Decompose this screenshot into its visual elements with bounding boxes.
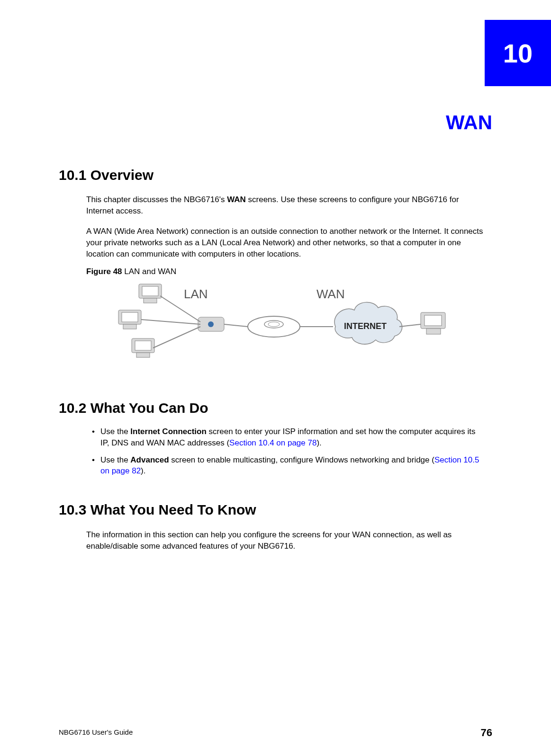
pc-3-icon [132,338,154,357]
lan-wan-diagram: LAN WAN INTERNET [113,279,454,365]
svg-rect-8 [136,353,150,357]
svg-rect-20 [425,315,442,326]
footer-guide-title: NBG6716 User's Guide [59,728,133,736]
overview-paragraph-1: This chapter discusses the NBG6716's WAN… [86,194,485,217]
section-heading-whatyouneedtoknow: 10.3 What You Need To Know [59,502,256,518]
bullet1-bold: Internet Connection [130,427,207,436]
svg-line-17 [224,324,248,327]
pc-right-icon [421,312,445,334]
section-heading-whatyoucando: 10.2 What You Can Do [59,400,208,416]
list-item: Use the Advanced screen to enable multic… [92,454,485,477]
pc-1-icon [139,284,162,303]
router-icon [248,316,300,337]
figure-label-rest: LAN and WAN [122,267,177,276]
internet-label: INTERNET [344,321,387,331]
footer-page-number: 76 [481,727,492,739]
svg-rect-1 [142,286,158,296]
bullet1-pre: Use the [100,427,130,436]
section-heading-overview: 10.1 Overview [59,167,154,183]
wan-label: WAN [316,287,345,301]
whatyoucando-list: Use the Internet Connection screen to en… [92,426,485,482]
bullet2-bold: Advanced [130,455,169,464]
bullet1-link[interactable]: Section 10.4 on page 78 [229,438,316,447]
svg-line-12 [141,320,200,324]
svg-rect-2 [144,298,157,303]
chapter-number: 10 [503,38,533,69]
pc-2-icon [118,310,141,329]
figure-caption: Figure 48 LAN and WAN [86,267,176,276]
switch-icon [198,317,224,331]
whatyouneedtoknow-paragraph: The information in this section can help… [86,529,485,552]
figure-label-bold: Figure 48 [86,267,122,276]
svg-rect-5 [123,324,136,329]
overview-p1-bold: WAN [227,195,246,204]
svg-rect-7 [135,341,151,350]
bullet1-post: ). [316,438,321,447]
svg-rect-21 [426,329,441,334]
lan-label: LAN [184,287,208,301]
chapter-title: WAN [446,111,492,134]
svg-point-10 [208,321,214,327]
overview-p1-pre: This chapter discusses the NBG6716's [86,195,227,204]
chapter-number-box: 10 [485,20,551,86]
internet-cloud-icon: INTERNET [334,302,402,345]
overview-paragraph-2: A WAN (Wide Area Network) connection is … [86,226,485,259]
list-item: Use the Internet Connection screen to en… [92,426,485,449]
svg-line-13 [153,327,200,348]
bullet2-mid: screen to enable multicasting, configure… [169,455,434,464]
bullet2-pre: Use the [100,455,130,464]
svg-rect-4 [122,312,138,322]
bullet2-post: ). [141,466,145,475]
svg-line-22 [399,324,421,327]
